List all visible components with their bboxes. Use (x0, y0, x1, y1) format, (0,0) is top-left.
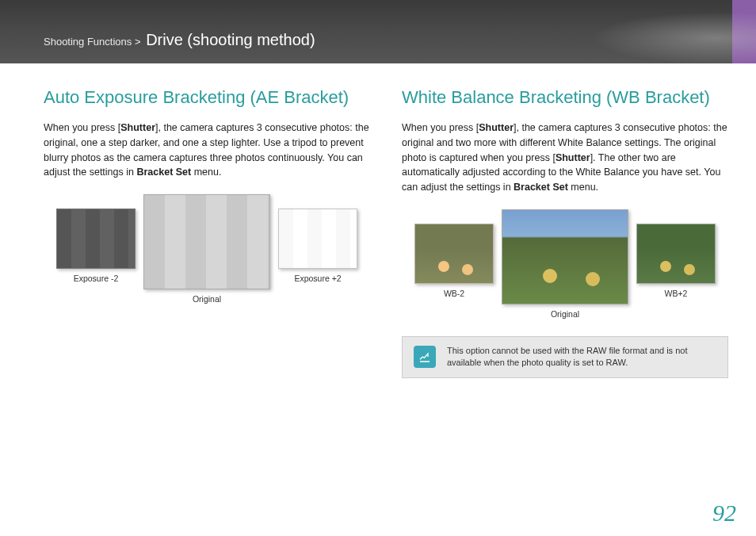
ae-image-center: Original (143, 194, 270, 304)
wb-image-center: Original (502, 209, 628, 319)
wb-photo-original (502, 209, 628, 304)
ae-caption-right: Exposure +2 (278, 274, 357, 283)
ae-image-left: Exposure -2 (56, 194, 136, 283)
left-column: Auto Exposure Bracketing (AE Bracket) Wh… (44, 87, 370, 378)
content-area: Auto Exposure Bracketing (AE Bracket) Wh… (0, 63, 756, 378)
wb-heading: White Balance Bracketing (WB Bracket) (402, 87, 728, 108)
breadcrumb: Shooting Functions > Drive (shooting met… (44, 31, 315, 49)
wb-caption-right: WB+2 (636, 289, 716, 298)
note-text: This option cannot be used with the RAW … (447, 345, 716, 369)
ae-image-right: Exposure +2 (278, 194, 357, 283)
page-number: 92 (712, 500, 736, 526)
wb-photo-plus (636, 224, 716, 284)
breadcrumb-section: Shooting Functions (44, 36, 132, 48)
breadcrumb-separator: > (132, 36, 143, 48)
note-icon (414, 346, 436, 368)
wb-image-row: WB-2 Original WB+2 (402, 209, 728, 319)
ae-heading: Auto Exposure Bracketing (AE Bracket) (44, 87, 370, 108)
ae-photo-light (278, 209, 357, 269)
wb-photo-minus (414, 224, 494, 284)
wb-image-right: WB+2 (636, 209, 716, 298)
ae-photo-dark (56, 209, 136, 269)
page-title: Drive (shooting method) (146, 31, 315, 48)
wb-image-left: WB-2 (414, 209, 494, 298)
page-header: Shooting Functions > Drive (shooting met… (0, 0, 756, 63)
wb-description: When you press [Shutter], the camera cap… (402, 121, 728, 195)
ae-description: When you press [Shutter], the camera cap… (44, 121, 370, 180)
ae-caption-center: Original (143, 294, 270, 304)
wb-caption-center: Original (502, 309, 628, 319)
wb-caption-left: WB-2 (414, 289, 494, 298)
accent-bar (732, 0, 756, 63)
right-column: White Balance Bracketing (WB Bracket) Wh… (402, 87, 728, 378)
ae-caption-left: Exposure -2 (56, 274, 136, 283)
note-box: This option cannot be used with the RAW … (402, 336, 728, 378)
ae-image-row: Exposure -2 Original Exposure +2 (44, 194, 370, 304)
ae-photo-original (143, 194, 270, 289)
